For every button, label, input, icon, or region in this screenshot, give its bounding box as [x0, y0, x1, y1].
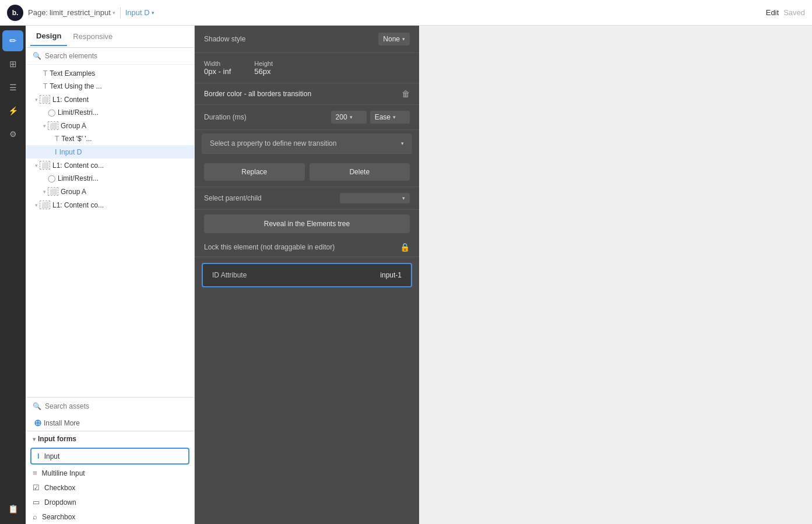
select-parent-select[interactable]: ▾ [340, 193, 410, 203]
page-label: Page: [28, 8, 48, 17]
select-parent-label: Select parent/child [204, 194, 262, 202]
trash-icon[interactable]: 🗑 [402, 89, 410, 99]
width-height-row: Width 0px - inf Height 56px [195, 53, 419, 83]
new-transition-label: Select a property to define new transiti… [210, 139, 336, 147]
id-attribute-label: ID Attribute [212, 271, 247, 279]
shadow-chevron-icon: ▾ [402, 36, 405, 42]
install-more-button[interactable]: ⊕ Install More [26, 415, 194, 431]
ease-chevron-icon: ▾ [393, 114, 396, 120]
tree-item-text-dollar[interactable]: T Text '$' '... [26, 132, 194, 145]
tree-item-l1-content[interactable]: ▾ ⬜ L1: Content [26, 93, 194, 106]
lock-icon[interactable]: 🔒 [400, 242, 410, 252]
select-parent-chevron-icon: ▾ [402, 195, 405, 201]
icon-rail: ✏ ⊞ ☰ ⚡ ⚙ 📋 [0, 26, 26, 524]
width-label: Width [204, 60, 231, 67]
lock-element-row: Lock this element (not draggable in edit… [195, 238, 419, 257]
tree-item[interactable]: T Text Examples [26, 67, 194, 80]
search-bar: 🔍 [26, 48, 194, 65]
new-transition-chevron-icon: ▾ [401, 140, 404, 146]
border-transition-label: Border color - all borders transition [204, 90, 311, 98]
input-d-selector[interactable]: Input D ▾ [125, 8, 154, 17]
searchbox-icon: ⌕ [33, 512, 37, 521]
width-value: 0px - inf [204, 67, 231, 76]
page-selector[interactable]: Page: limit_restrict_input ▾ [28, 8, 115, 17]
checkbox-icon: ☑ [33, 483, 40, 492]
shadow-style-row: Shadow style None ▾ [195, 26, 419, 53]
design-icon[interactable]: ✏ [2, 30, 23, 51]
reveal-elements-button[interactable]: Reveal in the Elements tree [204, 214, 410, 233]
duration-label: Duration (ms) [204, 113, 326, 121]
page-name: limit_restrict_input [50, 8, 111, 17]
multiline-icon: ≡ [33, 469, 37, 477]
search-icon: 🔍 [33, 52, 41, 60]
id-attribute-value: input-1 [380, 271, 402, 279]
duration-select[interactable]: 200 ▾ [331, 111, 367, 124]
form-item-multiline[interactable]: ≡ Multiline Input [26, 466, 194, 480]
form-item-dropdown[interactable]: ▭ Dropdown [26, 495, 194, 509]
lock-element-label: Lock this element (not draggable in edit… [204, 243, 335, 251]
form-item-searchbox[interactable]: ⌕ Searchbox [26, 509, 194, 524]
form-item-checkbox[interactable]: ☑ Checkbox [26, 480, 194, 495]
delete-button[interactable]: Delete [310, 163, 410, 181]
id-attribute-row: ID Attribute input-1 [202, 263, 412, 287]
height-label: Height [254, 60, 273, 67]
assets-search-icon: 🔍 [33, 402, 41, 410]
replace-delete-row: Replace Delete [195, 157, 419, 187]
width-group: Width 0px - inf [204, 60, 231, 76]
layers-icon[interactable]: ☰ [2, 77, 23, 98]
tab-responsive[interactable]: Responsive [67, 27, 118, 45]
ease-select[interactable]: Ease ▾ [370, 111, 410, 124]
tree-item-group-a-1[interactable]: ▾ ⬜ Group A [26, 119, 194, 132]
duration-ease-row: Duration (ms) 200 ▾ Ease ▾ [195, 105, 419, 130]
input-d-label: Input D [125, 8, 150, 17]
edit-button[interactable]: Edit [766, 8, 779, 17]
plugin-icon[interactable]: ⚡ [2, 100, 23, 121]
replace-button[interactable]: Replace [204, 163, 305, 181]
input-form-icon: I [37, 452, 40, 460]
forms-header[interactable]: ▾ Input forms [26, 431, 194, 446]
tree-item-limit-2[interactable]: ◯ Limit/Restri... [26, 172, 194, 185]
tree-item-input-d[interactable]: I Input D [26, 145, 194, 159]
border-transition-header: Border color - all borders transition 🗑 [195, 83, 419, 105]
assets-search-row: 🔍 [26, 397, 194, 415]
hierarchy-icon[interactable]: ⊞ [2, 54, 23, 75]
right-panel: Shadow style None ▾ Width 0px - inf Heig… [195, 26, 419, 524]
duration-chevron-icon: ▾ [350, 114, 353, 120]
dropdown-icon: ▭ [33, 498, 40, 507]
tree-item-l1-content-co-2[interactable]: ▾ ⬜ L1: Content co... [26, 198, 194, 212]
height-group: Height 56px [254, 60, 273, 76]
search-input[interactable] [45, 52, 187, 60]
tree-item-group-a-2[interactable]: ▾ ⬜ Group A [26, 185, 194, 198]
notes-icon[interactable]: 📋 [2, 498, 23, 519]
settings-icon[interactable]: ⚙ [2, 124, 23, 145]
assets-search-input[interactable] [45, 402, 187, 410]
tree-item[interactable]: T Text Using the ... [26, 80, 194, 93]
tree-item-l1-content-co[interactable]: ▾ ⬜ L1: Content co... [26, 159, 194, 172]
elements-tree: T Text Examples T Text Using the ... ▾ ⬜… [26, 65, 194, 397]
height-value: 56px [254, 67, 273, 76]
input-d-chevron-icon: ▾ [152, 10, 154, 16]
new-transition-row[interactable]: Select a property to define new transiti… [202, 133, 412, 154]
design-responsive-tabs: Design Responsive [26, 26, 194, 48]
forms-chevron-icon: ▾ [33, 436, 36, 442]
form-item-input[interactable]: I Input [30, 448, 189, 465]
tree-item-limit-1[interactable]: ◯ Limit/Restri... [26, 106, 194, 119]
brand-logo: b. [7, 5, 23, 21]
forms-section: ▾ Input forms I Input ≡ Multiline Input … [26, 431, 194, 524]
shadow-style-label: Shadow style [204, 35, 245, 43]
tab-design[interactable]: Design [30, 27, 67, 46]
plus-icon: ⊕ [34, 417, 41, 428]
select-parent-row: Select parent/child ▾ [195, 187, 419, 210]
page-chevron-icon: ▾ [113, 10, 115, 16]
left-panel: Design Responsive 🔍 T Text Examples T Te… [26, 26, 195, 524]
saved-status: Saved [783, 8, 805, 17]
shadow-style-select[interactable]: None ▾ [378, 33, 410, 45]
